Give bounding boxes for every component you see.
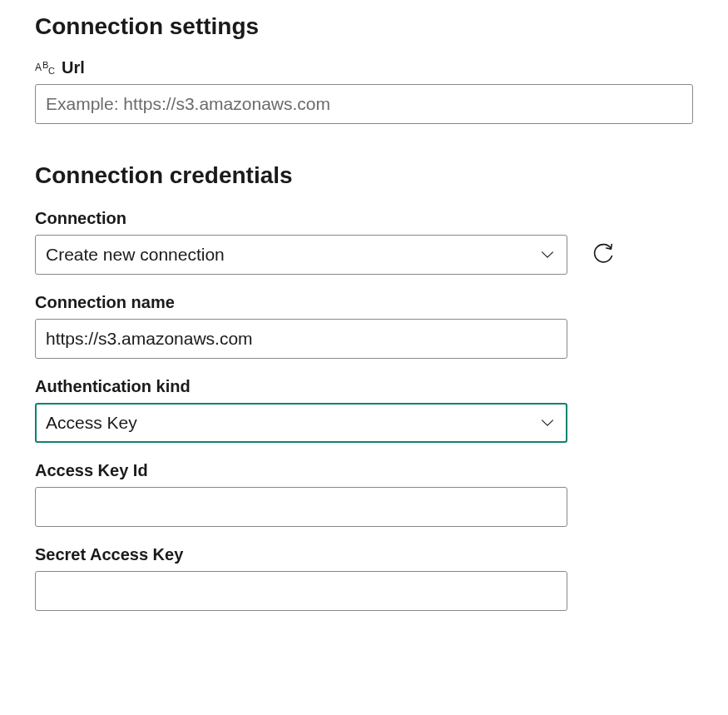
auth-kind-select-value: Access Key — [46, 413, 538, 433]
refresh-button[interactable] — [586, 237, 621, 272]
access-key-id-label: Access Key Id — [35, 461, 693, 480]
auth-kind-label: Authentication kind — [35, 377, 693, 396]
refresh-icon — [591, 241, 616, 269]
chevron-down-icon — [538, 246, 557, 264]
connection-select-value: Create new connection — [46, 245, 538, 265]
text-type-icon: A B C — [35, 59, 57, 77]
svg-text:A: A — [35, 62, 42, 73]
connection-credentials-heading: Connection credentials — [35, 162, 693, 189]
url-label: Url — [62, 58, 85, 77]
auth-kind-select[interactable]: Access Key — [35, 403, 567, 443]
connection-label: Connection — [35, 209, 693, 228]
svg-text:C: C — [48, 66, 55, 76]
access-key-id-input[interactable] — [35, 487, 567, 527]
chevron-down-icon — [538, 414, 557, 432]
connection-select[interactable]: Create new connection — [35, 235, 567, 275]
connection-settings-heading: Connection settings — [35, 13, 693, 40]
connection-name-input[interactable] — [35, 319, 567, 359]
url-input[interactable] — [35, 84, 693, 124]
secret-access-key-label: Secret Access Key — [35, 545, 693, 564]
connection-name-label: Connection name — [35, 293, 693, 312]
secret-access-key-input[interactable] — [35, 571, 567, 611]
